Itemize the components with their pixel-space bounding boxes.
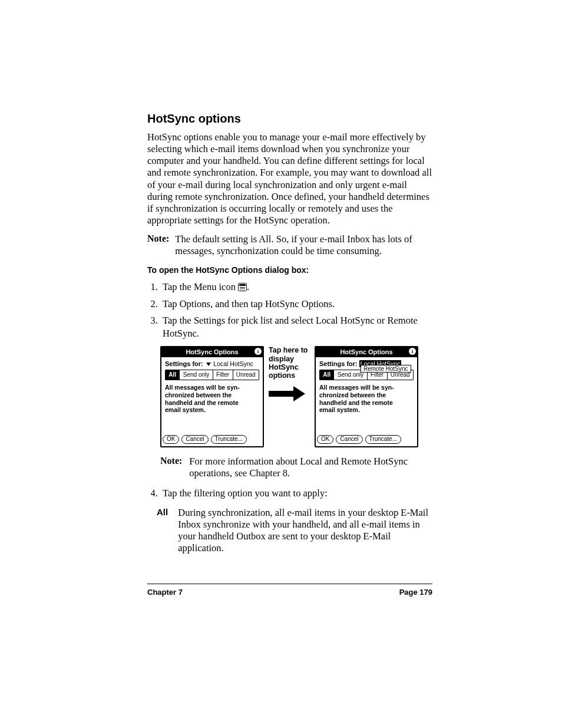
dialog-title-text: HotSync Options: [340, 348, 392, 355]
footer-chapter: Chapter 7: [147, 588, 183, 597]
svg-rect-1: [239, 284, 246, 286]
figure-block: HotSync Options i Settings for: Local Ho…: [160, 346, 432, 447]
definition-row: All During synchronization, all e-mail i…: [157, 507, 432, 555]
intro-paragraph: HotSync options enable you to manage you…: [147, 131, 432, 226]
tab-send-only[interactable]: Send only: [180, 370, 213, 380]
dialog-title-text: HotSync Options: [186, 348, 238, 355]
dialog-body: Settings for: Local HotSync All Send onl…: [161, 357, 263, 435]
picklist-dropdown: Remote HotSync: [361, 365, 411, 373]
svg-marker-5: [293, 386, 305, 401]
note-label: Note:: [147, 233, 169, 257]
step-1: Tap the Menu icon .: [160, 281, 432, 294]
picklist-option-remote[interactable]: Remote HotSync: [361, 365, 411, 372]
step-3: Tap the Settings for pick list and selec…: [160, 314, 432, 341]
picklist-value[interactable]: Local HotSync: [213, 360, 253, 367]
truncate-button[interactable]: Truncate...: [365, 435, 401, 444]
hotsync-dialog-closed: HotSync Options i Settings for: Local Ho…: [160, 346, 264, 447]
dialog-title: HotSync Options i: [161, 347, 263, 357]
dialog-button-row: OK Cancel Truncate...: [161, 435, 263, 446]
tab-all[interactable]: All: [320, 370, 334, 380]
document-page: HotSync options HotSync options enable y…: [0, 0, 562, 728]
ok-button[interactable]: OK: [163, 435, 179, 444]
info-icon[interactable]: i: [409, 348, 416, 355]
chevron-down-icon[interactable]: [206, 363, 211, 366]
truncate-button[interactable]: Truncate...: [211, 435, 247, 444]
tab-filter[interactable]: Filter: [213, 370, 233, 380]
note-text: The default setting is All. So, if your …: [175, 233, 432, 257]
hotsync-dialog-open: HotSync Options i Settings for: Local Ho…: [315, 346, 418, 447]
info-icon[interactable]: i: [254, 348, 262, 355]
definition-body: During synchronization, all e-mail items…: [178, 507, 432, 555]
settings-for-label: Settings for:: [319, 360, 358, 367]
step-2: Tap Options, and then tap HotSync Option…: [160, 298, 432, 311]
step-4: Tap the filtering option you want to app…: [160, 487, 432, 500]
page-footer: Chapter 7 Page 179: [147, 584, 432, 597]
dialog-title: HotSync Options i: [316, 347, 417, 357]
procedure-heading: To open the HotSync Options dialog box:: [147, 265, 432, 275]
section-heading: HotSync options: [147, 112, 432, 126]
steps-list: Tap the Menu icon . Tap Options, and the…: [147, 281, 432, 340]
menu-icon: [238, 283, 247, 291]
note-block-2: Note: For more information about Local a…: [160, 456, 432, 479]
dialog-button-row: OK Cancel Truncate...: [316, 435, 417, 446]
ok-button[interactable]: OK: [317, 435, 333, 444]
callout-text: Tap here to display HotSync options: [269, 346, 310, 380]
tab-all[interactable]: All: [166, 370, 180, 380]
cancel-button[interactable]: Cancel: [336, 435, 362, 444]
callout-column: Tap here to display HotSync options: [269, 346, 310, 403]
settings-for-label: Settings for:: [165, 360, 203, 367]
svg-rect-4: [269, 391, 293, 397]
steps-list-cont: Tap the filtering option you want to app…: [147, 487, 432, 500]
note-text: For more information about Local and Rem…: [189, 456, 432, 479]
tab-unread[interactable]: Unread: [233, 370, 259, 380]
filter-description: All messages will be syn- chronized betw…: [319, 384, 414, 413]
dialog-body: Settings for: Local HotSync Remote HotSy…: [316, 357, 417, 435]
settings-for-row: Settings for: Local HotSync: [165, 360, 259, 367]
arrow-right-icon: [269, 385, 310, 403]
step-1-text-a: Tap the Menu icon: [163, 281, 238, 292]
cancel-button[interactable]: Cancel: [181, 435, 208, 444]
filter-tabs: All Send only Filter Unread: [165, 370, 259, 380]
step-1-text-b: .: [247, 281, 249, 292]
filter-description: All messages will be syn- chronized betw…: [165, 384, 259, 413]
definition-term: All: [157, 507, 178, 555]
footer-page: Page 179: [399, 588, 432, 597]
note-block: Note: The default setting is All. So, if…: [147, 233, 432, 257]
note-label: Note:: [160, 456, 182, 479]
